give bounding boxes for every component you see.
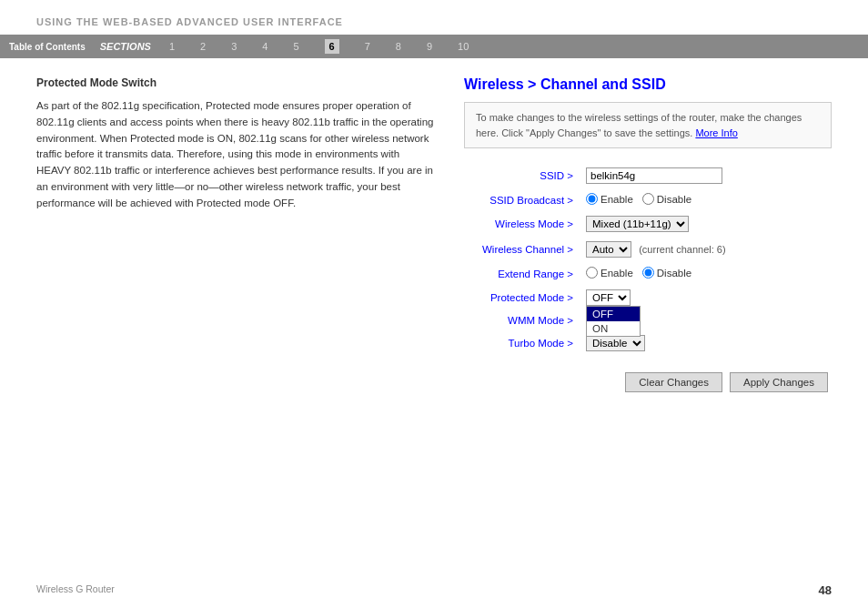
turbo-mode-select[interactable]: Disable (586, 335, 645, 351)
section-title: Protected Mode Switch (36, 76, 437, 89)
nav-num-2[interactable]: 2 (200, 41, 206, 52)
wireless-mode-select[interactable]: Mixed (11b+11g) (586, 216, 689, 232)
turbo-mode-row: Turbo Mode > Disable (464, 330, 832, 356)
nav-num-6[interactable]: 6 (325, 39, 339, 54)
right-panel: Wireless > Channel and SSID To make chan… (464, 76, 832, 392)
header-title: USING THE WEB-BASED ADVANCED USER INTERF… (36, 16, 343, 27)
wmm-mode-label: WMM Mode > (464, 310, 582, 330)
page-footer: Wireless G Router 48 (0, 583, 868, 597)
settings-table: SSID > SSID Broadcast > Enable (464, 163, 832, 356)
protected-mode-option-off[interactable]: OFF (587, 307, 640, 321)
extend-range-enable-radio[interactable] (586, 267, 598, 279)
turbo-mode-label: Turbo Mode > (464, 330, 582, 356)
nav-numbers: 1 2 3 4 5 6 7 8 9 10 (169, 39, 469, 54)
ssid-broadcast-disable-radio[interactable] (642, 193, 654, 205)
apply-changes-button[interactable]: Apply Changes (730, 372, 828, 392)
extend-range-disable-label[interactable]: Disable (642, 267, 691, 279)
info-box: To make changes to the wireless settings… (464, 102, 832, 148)
extend-range-row: Extend Range > Enable Disable (464, 262, 832, 285)
nav-num-3[interactable]: 3 (231, 41, 237, 52)
extend-range-radio-group: Enable Disable (586, 267, 691, 279)
wireless-channel-select[interactable]: Auto (586, 241, 631, 258)
wireless-mode-row: Wireless Mode > Mixed (11b+11g) (464, 211, 832, 237)
nav-num-5[interactable]: 5 (293, 41, 298, 52)
page-number: 48 (819, 583, 832, 597)
wireless-mode-label: Wireless Mode > (464, 211, 582, 237)
footer-buttons: Clear Changes Apply Changes (464, 372, 832, 392)
nav-num-4[interactable]: 4 (262, 41, 267, 52)
device-label: Wireless G Router (36, 583, 115, 597)
info-text: To make changes to the wireless settings… (476, 112, 802, 138)
protected-mode-label: Protected Mode > (464, 285, 582, 310)
ssid-broadcast-enable-radio[interactable] (586, 193, 598, 205)
protected-mode-dropdown-menu[interactable]: OFF ON (586, 306, 641, 337)
protected-mode-select[interactable]: OFF ON (586, 289, 631, 306)
toc-label[interactable]: Table of Contents (9, 42, 86, 52)
protected-mode-dropdown-wrapper[interactable]: OFF ON OFF ON (586, 289, 631, 306)
ssid-broadcast-label: SSID Broadcast > (464, 188, 582, 211)
protected-mode-option-on[interactable]: ON (587, 321, 640, 336)
more-info-link[interactable]: More Info (695, 127, 737, 138)
nav-num-8[interactable]: 8 (396, 41, 401, 52)
panel-heading: Wireless > Channel and SSID (464, 76, 832, 93)
left-panel: Protected Mode Switch As part of the 802… (36, 76, 437, 392)
body-text: As part of the 802.11g specification, Pr… (36, 98, 437, 212)
wmm-mode-row: WMM Mode > (464, 310, 832, 330)
ssid-broadcast-enable-label[interactable]: Enable (586, 193, 633, 205)
extend-range-enable-label[interactable]: Enable (586, 267, 633, 279)
nav-num-9[interactable]: 9 (427, 41, 432, 52)
wireless-channel-label: Wireless Channel > (464, 237, 582, 262)
ssid-broadcast-radio-group: Enable Disable (586, 193, 691, 205)
clear-changes-button[interactable]: Clear Changes (625, 372, 722, 392)
extend-range-label: Extend Range > (464, 262, 582, 285)
ssid-broadcast-disable-label[interactable]: Disable (642, 193, 691, 205)
nav-num-7[interactable]: 7 (365, 41, 370, 52)
current-channel-note: (current channel: 6) (639, 244, 725, 255)
ssid-label: SSID > (464, 163, 582, 188)
sections-label: SECTIONS (100, 41, 151, 52)
page-header: USING THE WEB-BASED ADVANCED USER INTERF… (0, 0, 868, 35)
ssid-row: SSID > (464, 163, 832, 188)
content-area: Protected Mode Switch As part of the 802… (0, 58, 868, 410)
nav-num-10[interactable]: 10 (458, 41, 469, 52)
extend-range-disable-radio[interactable] (642, 267, 654, 279)
ssid-input[interactable] (586, 167, 722, 184)
protected-mode-row: Protected Mode > OFF ON OFF ON (464, 285, 832, 310)
nav-bar: Table of Contents SECTIONS 1 2 3 4 5 6 7… (0, 35, 868, 58)
wireless-channel-row: Wireless Channel > Auto (current channel… (464, 237, 832, 262)
nav-num-1[interactable]: 1 (169, 41, 175, 52)
ssid-broadcast-row: SSID Broadcast > Enable Disable (464, 188, 832, 211)
